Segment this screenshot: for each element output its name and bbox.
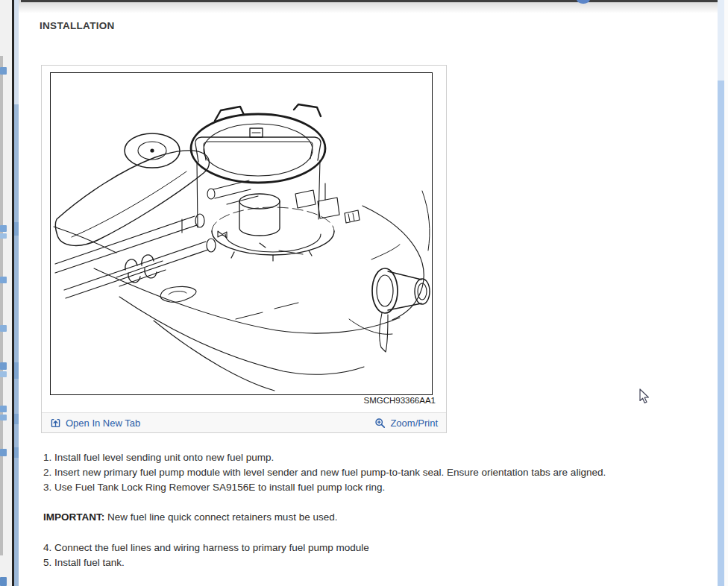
left-outer-scrollbar[interactable]	[0, 56, 3, 555]
zoom-print-link[interactable]: Zoom/Print	[374, 418, 438, 429]
instruction-step: 3. Use Fuel Tank Lock Ring Remover SA915…	[43, 480, 385, 495]
right-edge-margin	[724, 0, 728, 586]
zoom-print-label: Zoom/Print	[390, 418, 438, 429]
figure-footer: Open In New Tab Zoom/Print	[42, 412, 446, 432]
occluded-link-fragment	[0, 449, 7, 456]
occluded-link-fragment	[0, 415, 7, 420]
instruction-step: 4. Connect the fuel lines and wiring har…	[43, 541, 369, 555]
open-in-new-tab-link[interactable]: Open In New Tab	[50, 418, 140, 429]
instruction-step: 1. Install fuel level sending unit onto …	[43, 450, 274, 465]
instruction-step: 2. Insert new primary fuel pump module w…	[43, 465, 606, 480]
fuel-pump-diagram	[50, 72, 433, 395]
occluded-link-fragment	[0, 225, 7, 232]
magnifier-plus-icon	[374, 418, 386, 429]
toolbar-bottom-edge	[21, 0, 718, 2]
open-in-new-tab-icon	[50, 418, 61, 429]
important-note: IMPORTANT: New fuel line quick connect r…	[43, 510, 337, 525]
article-panel: INSTALLATION	[19, 0, 718, 586]
instruction-step: 5. Install fuel tank.	[43, 555, 125, 570]
occluded-link-fragment	[0, 371, 7, 377]
occluded-link-fragment	[0, 67, 7, 75]
open-in-new-tab-label: Open In New Tab	[66, 418, 140, 429]
occluded-link-fragment	[0, 362, 7, 370]
occluded-link-fragment	[0, 406, 7, 412]
figure-card: SMGCH93366AA1 Open In New Tab Zoom/Print	[41, 65, 447, 433]
left-panel-sliver	[0, 0, 19, 586]
occluded-link-fragment	[0, 233, 7, 239]
figure-code-label: SMGCH93366AA1	[363, 396, 436, 405]
important-note-label: IMPORTANT:	[43, 511, 104, 523]
right-scrollbar-thumb[interactable]	[718, 81, 724, 586]
page-title: INSTALLATION	[40, 20, 115, 31]
important-note-text: New fuel line quick connect retainers mu…	[107, 511, 337, 523]
fuel-tank-line-art	[51, 73, 432, 394]
occluded-link-fragment	[0, 277, 7, 283]
occluded-link-fragment	[0, 577, 7, 586]
arrow-cursor-icon	[639, 388, 650, 408]
occluded-link-fragment	[0, 325, 7, 332]
